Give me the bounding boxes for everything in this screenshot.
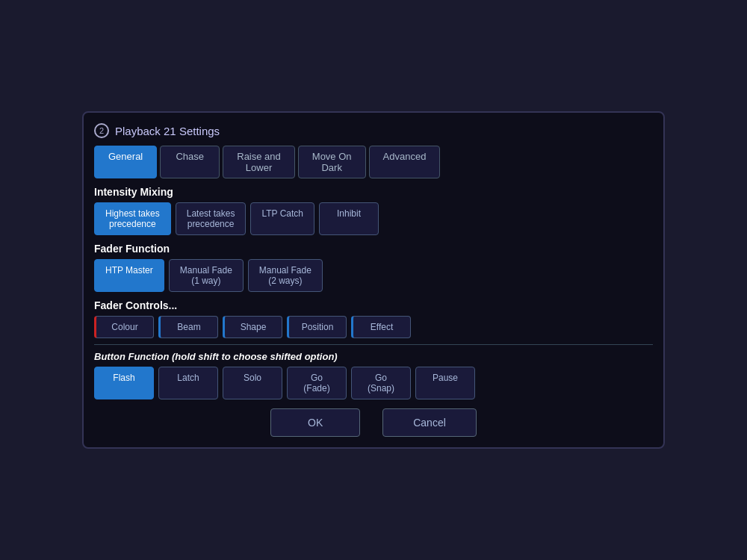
window-title: Playback 21 Settings [115,125,220,137]
btn-pause[interactable]: Pause [415,367,475,399]
intensity-mixing-label: Intensity Mixing [94,186,653,198]
fader-function-label: Fader Function [94,243,653,255]
tabs-row: General Chase Raise and Lower Move On Da… [94,146,653,178]
btn-manual-fade-2[interactable]: Manual Fade (2 ways) [248,259,323,292]
title-bar: 2 Playback 21 Settings [94,123,653,138]
tab-raise-lower[interactable]: Raise and Lower [223,146,295,178]
btn-beam[interactable]: Beam [158,316,218,338]
tab-chase[interactable]: Chase [160,146,220,178]
btn-ltp-catch[interactable]: LTP Catch [250,202,314,235]
btn-latest[interactable]: Latest takes precedence [176,202,247,235]
tab-move-on-dark[interactable]: Move On Dark [298,146,366,178]
btn-highest[interactable]: Highest takes precedence [94,202,171,235]
fader-controls-group: Colour Beam Shape Position Effect [94,316,653,338]
btn-latch[interactable]: Latch [158,367,218,399]
button-function-group: Flash Latch Solo Go (Fade) Go (Snap) Pau… [94,367,653,399]
btn-position[interactable]: Position [287,316,347,338]
button-function-label: Button Function (hold shift to choose sh… [94,351,653,362]
btn-htp-master[interactable]: HTP Master [94,259,164,292]
tab-advanced[interactable]: Advanced [369,146,441,178]
btn-effect[interactable]: Effect [351,316,411,338]
action-buttons: OK Cancel [94,408,653,437]
cancel-button[interactable]: Cancel [382,408,477,437]
btn-go-fade[interactable]: Go (Fade) [287,367,347,399]
settings-dialog: 2 Playback 21 Settings General Chase Rai… [82,111,665,449]
ok-button[interactable]: OK [270,408,360,437]
tab-general[interactable]: General [94,146,157,178]
fader-controls-label: Fader Controls... [94,299,653,311]
title-icon: 2 [94,123,109,138]
divider [94,344,653,345]
btn-shape[interactable]: Shape [223,316,282,338]
btn-manual-fade-1[interactable]: Manual Fade (1 way) [169,259,244,292]
btn-inhibit[interactable]: Inhibit [319,202,379,235]
btn-go-snap[interactable]: Go (Snap) [351,367,411,399]
intensity-mixing-group: Highest takes precedence Latest takes pr… [94,202,653,235]
btn-flash[interactable]: Flash [94,367,154,399]
btn-colour[interactable]: Colour [94,316,154,338]
fader-function-group: HTP Master Manual Fade (1 way) Manual Fa… [94,259,653,292]
btn-solo[interactable]: Solo [223,367,282,399]
